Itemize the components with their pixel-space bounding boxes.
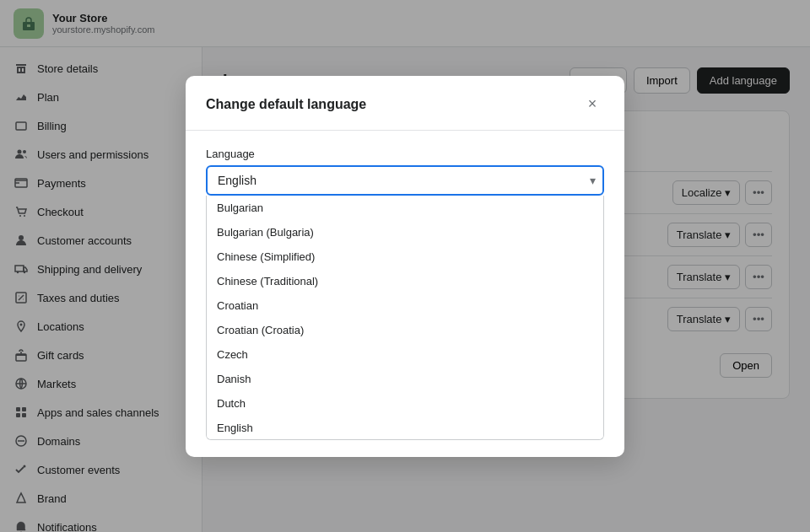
lang-option-bulgarian-bg[interactable]: Bulgarian (Bulgaria) [207,220,603,245]
modal-body: Language Bulgarian Bulgarian (Bulgaria) … [186,131,624,457]
change-language-modal: Change default language × Language Bulga… [186,76,624,457]
lang-option-danish[interactable]: Danish [207,367,603,391]
language-select-wrapper [206,165,604,196]
modal-header: Change default language × [186,76,624,131]
language-dropdown[interactable]: Bulgarian Bulgarian (Bulgaria) Chinese (… [206,196,604,440]
lang-option-croatian[interactable]: Croatian [207,293,603,318]
lang-option-chinese-simplified[interactable]: Chinese (Simplified) [207,245,603,269]
modal-close-button[interactable]: × [580,93,604,116]
modal-overlay[interactable]: Change default language × Language Bulga… [0,0,810,532]
lang-option-dutch[interactable]: Dutch [207,391,603,416]
language-label: Language [206,148,604,160]
lang-option-chinese-traditional[interactable]: Chinese (Traditional) [207,269,603,293]
lang-option-bulgarian[interactable]: Bulgarian [207,196,603,220]
modal-title: Change default language [206,97,366,112]
language-input[interactable] [206,165,604,196]
lang-option-croatian-hr[interactable]: Croatian (Croatia) [207,318,603,342]
lang-option-czech[interactable]: Czech [207,342,603,367]
lang-option-english[interactable]: English [207,416,603,440]
